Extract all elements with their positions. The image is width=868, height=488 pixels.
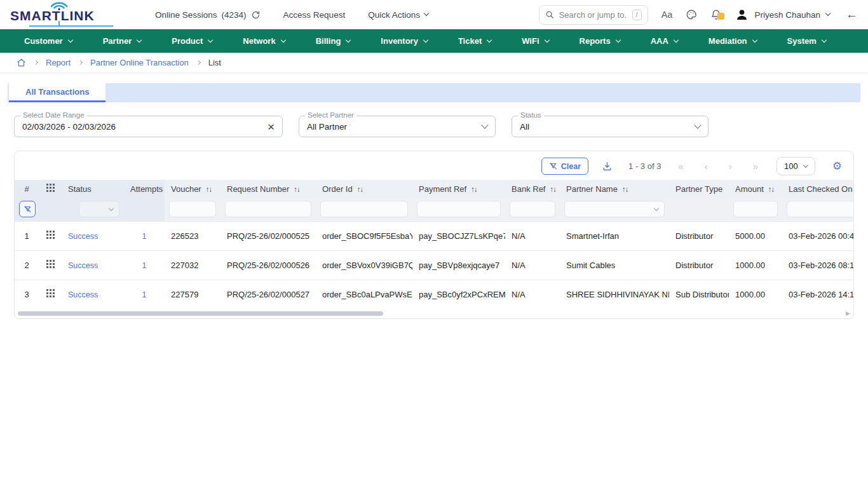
scrollbar-thumb[interactable]: [18, 311, 383, 316]
filter-cell-bank_ref: [505, 198, 560, 221]
scrollbar-right-arrow[interactable]: ▶: [846, 310, 850, 316]
date-range-field[interactable]: Select Date Range 02/03/2026 - 02/03/202…: [14, 116, 283, 137]
column-header-voucher[interactable]: Voucher↑↓: [165, 180, 220, 198]
last-page-button[interactable]: »: [753, 161, 758, 171]
next-page-button[interactable]: ›: [729, 161, 732, 171]
column-header-request_number[interactable]: Request Number↑↓: [220, 180, 316, 198]
column-label-last_checked_on: Last Checked On: [789, 184, 852, 194]
column-header-bank_ref[interactable]: Bank Ref↑↓: [505, 180, 560, 198]
column-header-amount[interactable]: Amount↑↓: [729, 180, 782, 198]
attempts-link[interactable]: 1: [142, 290, 147, 299]
transactions-table: #StatusAttemptsVoucher↑↓Request Number↑↓…: [15, 180, 853, 309]
sort-icon[interactable]: ↑↓: [357, 186, 363, 193]
cell-order_id: order_SBVox0V39iGB7Q: [316, 250, 412, 280]
filter-cell-partner_name: [560, 198, 669, 221]
breadcrumb-link-partner-online-transaction[interactable]: Partner Online Transaction: [90, 58, 189, 67]
access-request-link[interactable]: Access Request: [283, 10, 346, 20]
nav-item-network[interactable]: Network: [227, 36, 300, 46]
status-link[interactable]: Success: [68, 232, 98, 241]
table-settings-gear-icon[interactable]: ⚙: [832, 159, 842, 173]
first-page-button[interactable]: «: [678, 161, 683, 171]
sort-icon[interactable]: ↑↓: [206, 186, 212, 193]
filter-off-icon: [549, 162, 557, 170]
partner_name-filter-select[interactable]: [564, 201, 665, 217]
sort-icon[interactable]: ↑↓: [768, 186, 775, 193]
sort-icon[interactable]: ↑↓: [294, 186, 300, 193]
nav-item-wifi[interactable]: WiFi: [506, 36, 564, 46]
chevron-down-icon: [825, 11, 831, 16]
breadcrumb-link-report[interactable]: Report: [46, 58, 71, 67]
chevron-down-icon: [424, 11, 429, 16]
page-size-select[interactable]: 100: [776, 157, 815, 175]
clear-date-icon[interactable]: ×: [268, 121, 275, 133]
column-header-status: Status: [62, 180, 124, 198]
clear-button-label: Clear: [561, 162, 581, 171]
tab-strip: All Transactions: [8, 83, 860, 102]
nav-item-reports[interactable]: Reports: [564, 36, 635, 46]
quick-actions-menu[interactable]: Quick Actions: [368, 10, 428, 20]
column-header-partner_name[interactable]: Partner Name↑↓: [560, 180, 669, 198]
filter-cell-attempts: [124, 198, 165, 221]
status-filter-select[interactable]: [79, 201, 119, 217]
column-header-payment_ref[interactable]: Payment Ref↑↓: [412, 180, 505, 198]
status-select-field[interactable]: Status All: [512, 116, 709, 137]
notifications-bell-icon[interactable]: [710, 9, 722, 20]
download-icon[interactable]: [602, 161, 613, 172]
table-filter-row: [15, 198, 853, 221]
nav-item-ticket[interactable]: Ticket: [443, 36, 506, 46]
grid-icon[interactable]: [46, 289, 55, 297]
back-arrow-icon[interactable]: ←: [846, 8, 858, 22]
nav-item-system[interactable]: System: [772, 36, 841, 46]
sort-icon[interactable]: ↑↓: [471, 186, 477, 193]
grid-icon[interactable]: [46, 231, 55, 239]
request_number-filter-input[interactable]: [225, 201, 311, 217]
prev-page-button[interactable]: ‹: [705, 161, 708, 171]
bank_ref-filter-input[interactable]: [510, 201, 555, 217]
column-header-order_id[interactable]: Order Id↑↓: [316, 180, 412, 198]
slash-shortcut-badge: /: [632, 10, 642, 20]
font-size-toggle[interactable]: Aa: [661, 10, 673, 20]
voucher-filter-input[interactable]: [169, 201, 216, 217]
column-label-attempts: Attempts: [130, 184, 163, 194]
grid-icon: [46, 184, 55, 192]
refresh-icon[interactable]: [251, 10, 261, 20]
nav-item-inventory[interactable]: Inventory: [365, 36, 443, 46]
grid-icon[interactable]: [46, 260, 55, 268]
attempts-link[interactable]: 1: [142, 232, 147, 241]
home-icon[interactable]: [17, 58, 26, 67]
filter-cell-expand: [39, 198, 62, 221]
partner-select-field[interactable]: Select Partner All Partner: [299, 116, 496, 137]
nav-item-customer[interactable]: Customer: [9, 36, 88, 46]
tab-all-transactions[interactable]: All Transactions: [9, 83, 105, 102]
nav-item-aaa[interactable]: AAA: [635, 36, 693, 46]
breadcrumb-separator: [196, 60, 201, 65]
table-row: 2Success1227032PRQ/25-26/02/000526order_…: [15, 250, 853, 280]
chevron-down-icon: [423, 37, 428, 43]
nav-item-billing[interactable]: Billing: [301, 36, 366, 46]
user-menu[interactable]: Priyesh Chauhan: [735, 8, 830, 22]
theme-palette-icon[interactable]: [686, 9, 697, 20]
sort-icon[interactable]: ↑↓: [622, 186, 628, 193]
order_id-filter-input[interactable]: [320, 201, 408, 217]
status-link[interactable]: Success: [68, 290, 98, 299]
app-logo[interactable]: SMARTLINK: [10, 2, 119, 27]
chevron-down-icon: [208, 37, 213, 43]
online-sessions-link[interactable]: Online Sessions (4234): [155, 10, 261, 20]
nav-item-product[interactable]: Product: [156, 36, 227, 46]
last_checked_on-filter-input[interactable]: [787, 201, 853, 217]
payment_ref-filter-input[interactable]: [417, 201, 501, 217]
attempts-link[interactable]: 1: [142, 261, 147, 270]
cell-partner_name: Smartnet-Irfan: [560, 221, 669, 250]
column-label-payment_ref: Payment Ref: [419, 184, 466, 194]
column-header-attempts: Attempts: [124, 180, 165, 198]
cell-order_id: order_SBc0aLPvaPWsEo: [316, 280, 412, 309]
sort-icon[interactable]: ↑↓: [550, 186, 556, 193]
row-filter-toggle-button[interactable]: [19, 201, 36, 217]
clear-filters-button[interactable]: Clear: [541, 158, 588, 175]
nav-item-partner[interactable]: Partner: [88, 36, 157, 46]
global-search-input[interactable]: Search or jump to... /: [539, 5, 648, 25]
nav-item-mediation[interactable]: Mediation: [693, 36, 772, 46]
amount-filter-input[interactable]: [733, 201, 778, 217]
status-link[interactable]: Success: [68, 261, 98, 270]
cell-last_checked_on: 03-Feb-2026 14:17: [782, 280, 853, 309]
